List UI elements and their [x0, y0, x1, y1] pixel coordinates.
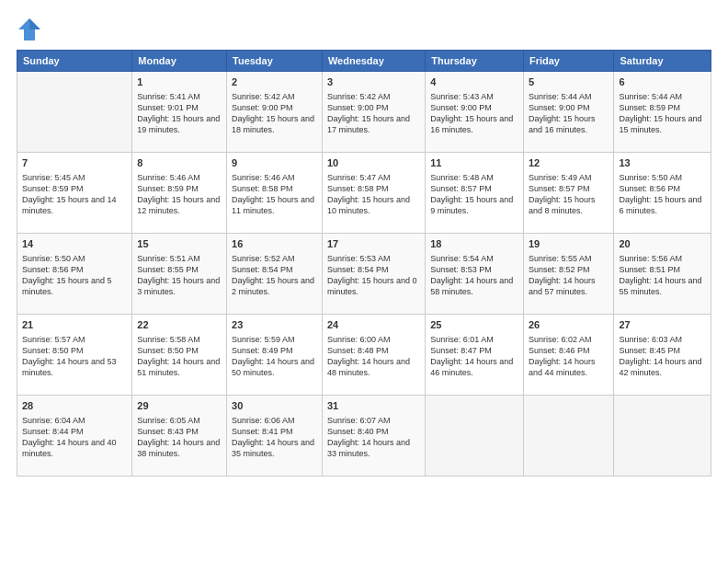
cell-date: 13	[619, 156, 706, 170]
cell-daylight: Daylight: 15 hours and 5 minutes.	[22, 275, 127, 297]
calendar-cell: 11Sunrise: 5:48 AMSunset: 8:57 PMDayligh…	[426, 153, 524, 234]
cell-sunset: Sunset: 8:56 PM	[619, 183, 706, 194]
calendar-cell: 29Sunrise: 6:05 AMSunset: 8:43 PMDayligh…	[132, 396, 227, 477]
calendar-cell: 31Sunrise: 6:07 AMSunset: 8:40 PMDayligh…	[322, 396, 425, 477]
calendar-week: 14Sunrise: 5:50 AMSunset: 8:56 PMDayligh…	[17, 234, 711, 315]
header	[17, 17, 711, 42]
calendar-cell: 23Sunrise: 5:59 AMSunset: 8:49 PMDayligh…	[227, 315, 323, 396]
cell-sunset: Sunset: 8:46 PM	[529, 345, 609, 356]
calendar-cell	[523, 396, 614, 477]
cell-sunrise: Sunrise: 6:07 AM	[327, 415, 420, 426]
cell-sunset: Sunset: 8:40 PM	[327, 426, 420, 437]
page: SundayMondayTuesdayWednesdayThursdayFrid…	[0, 0, 728, 563]
cell-sunrise: Sunrise: 6:01 AM	[430, 334, 518, 345]
cell-date: 17	[327, 237, 420, 251]
calendar-cell: 18Sunrise: 5:54 AMSunset: 8:53 PMDayligh…	[426, 234, 524, 315]
cell-daylight: Daylight: 14 hours and 42 minutes.	[619, 356, 706, 378]
cell-date: 1	[137, 75, 222, 89]
cell-daylight: Daylight: 14 hours and 55 minutes.	[619, 275, 706, 297]
cell-sunset: Sunset: 8:57 PM	[529, 183, 609, 194]
calendar-cell: 8Sunrise: 5:46 AMSunset: 8:59 PMDaylight…	[132, 153, 227, 234]
cell-date: 5	[529, 75, 609, 89]
cell-sunrise: Sunrise: 5:41 AM	[137, 91, 222, 102]
cell-daylight: Daylight: 15 hours and 14 minutes.	[22, 194, 127, 216]
cell-date: 28	[22, 399, 127, 413]
cell-daylight: Daylight: 15 hours and 19 minutes.	[137, 113, 222, 135]
cell-sunset: Sunset: 8:54 PM	[232, 264, 317, 275]
cell-daylight: Daylight: 14 hours and 58 minutes.	[430, 275, 518, 297]
cell-date: 11	[430, 156, 518, 170]
cell-date: 2	[232, 75, 317, 89]
cell-sunrise: Sunrise: 5:42 AM	[327, 91, 420, 102]
cell-daylight: Daylight: 15 hours and 11 minutes.	[232, 194, 317, 216]
cell-sunset: Sunset: 8:53 PM	[430, 264, 518, 275]
cell-date: 19	[529, 237, 609, 251]
cell-daylight: Daylight: 14 hours and 44 minutes.	[529, 356, 609, 378]
cell-daylight: Daylight: 14 hours and 38 minutes.	[137, 437, 222, 459]
cell-sunset: Sunset: 8:56 PM	[22, 264, 127, 275]
cell-sunrise: Sunrise: 5:52 AM	[232, 253, 317, 264]
cell-date: 10	[327, 156, 420, 170]
cell-daylight: Daylight: 15 hours and 6 minutes.	[619, 194, 706, 216]
calendar-cell: 25Sunrise: 6:01 AMSunset: 8:47 PMDayligh…	[426, 315, 524, 396]
calendar-cell: 9Sunrise: 5:46 AMSunset: 8:58 PMDaylight…	[227, 153, 323, 234]
cell-date: 3	[327, 75, 420, 89]
calendar-cell: 4Sunrise: 5:43 AMSunset: 9:00 PMDaylight…	[426, 72, 524, 153]
cell-date: 25	[430, 318, 518, 332]
cell-sunset: Sunset: 8:47 PM	[430, 345, 518, 356]
cell-date: 26	[529, 318, 609, 332]
cell-daylight: Daylight: 15 hours and 8 minutes.	[529, 194, 609, 216]
cell-daylight: Daylight: 14 hours and 48 minutes.	[327, 356, 420, 378]
cell-sunrise: Sunrise: 6:02 AM	[529, 334, 609, 345]
cell-sunset: Sunset: 9:00 PM	[232, 102, 317, 113]
cell-daylight: Daylight: 14 hours and 46 minutes.	[430, 356, 518, 378]
cell-sunset: Sunset: 8:59 PM	[137, 183, 222, 194]
calendar-cell: 7Sunrise: 5:45 AMSunset: 8:59 PMDaylight…	[17, 153, 132, 234]
cell-daylight: Daylight: 15 hours and 17 minutes.	[327, 113, 420, 135]
calendar: SundayMondayTuesdayWednesdayThursdayFrid…	[17, 50, 711, 477]
cell-daylight: Daylight: 15 hours and 18 minutes.	[232, 113, 317, 135]
cell-sunrise: Sunrise: 5:44 AM	[529, 91, 609, 102]
calendar-cell: 16Sunrise: 5:52 AMSunset: 8:54 PMDayligh…	[227, 234, 323, 315]
calendar-cell: 28Sunrise: 6:04 AMSunset: 8:44 PMDayligh…	[17, 396, 132, 477]
cell-sunset: Sunset: 9:01 PM	[137, 102, 222, 113]
cell-daylight: Daylight: 15 hours and 9 minutes.	[430, 194, 518, 216]
calendar-cell: 5Sunrise: 5:44 AMSunset: 9:00 PMDaylight…	[523, 72, 614, 153]
calendar-cell: 15Sunrise: 5:51 AMSunset: 8:55 PMDayligh…	[132, 234, 227, 315]
cell-daylight: Daylight: 14 hours and 40 minutes.	[22, 437, 127, 459]
cell-sunset: Sunset: 8:41 PM	[232, 426, 317, 437]
cell-sunset: Sunset: 8:58 PM	[232, 183, 317, 194]
cell-date: 15	[137, 237, 222, 251]
cell-sunrise: Sunrise: 5:57 AM	[22, 334, 127, 345]
cell-sunset: Sunset: 8:50 PM	[22, 345, 127, 356]
cell-date: 6	[619, 75, 706, 89]
cell-date: 4	[430, 75, 518, 89]
cell-sunset: Sunset: 8:54 PM	[327, 264, 420, 275]
cell-sunset: Sunset: 8:55 PM	[137, 264, 222, 275]
cell-sunrise: Sunrise: 5:58 AM	[137, 334, 222, 345]
cell-sunset: Sunset: 8:44 PM	[22, 426, 127, 437]
cell-daylight: Daylight: 15 hours and 3 minutes.	[137, 275, 222, 297]
cell-daylight: Daylight: 14 hours and 57 minutes.	[529, 275, 609, 297]
cell-sunset: Sunset: 8:43 PM	[137, 426, 222, 437]
cell-daylight: Daylight: 14 hours and 33 minutes.	[327, 437, 420, 459]
cell-sunset: Sunset: 8:59 PM	[619, 102, 706, 113]
cell-date: 9	[232, 156, 317, 170]
cell-date: 31	[327, 399, 420, 413]
cell-sunrise: Sunrise: 5:55 AM	[529, 253, 609, 264]
cell-sunrise: Sunrise: 5:48 AM	[430, 172, 518, 183]
cell-date: 14	[22, 237, 127, 251]
calendar-cell: 30Sunrise: 6:06 AMSunset: 8:41 PMDayligh…	[227, 396, 323, 477]
cell-daylight: Daylight: 15 hours and 0 minutes.	[327, 275, 420, 297]
cell-date: 12	[529, 156, 609, 170]
cell-sunrise: Sunrise: 6:05 AM	[137, 415, 222, 426]
calendar-cell: 20Sunrise: 5:56 AMSunset: 8:51 PMDayligh…	[614, 234, 711, 315]
calendar-cell: 26Sunrise: 6:02 AMSunset: 8:46 PMDayligh…	[523, 315, 614, 396]
calendar-cell: 21Sunrise: 5:57 AMSunset: 8:50 PMDayligh…	[17, 315, 132, 396]
calendar-cell	[614, 396, 711, 477]
header-day: Monday	[132, 51, 227, 72]
cell-sunset: Sunset: 8:52 PM	[529, 264, 609, 275]
cell-sunset: Sunset: 8:59 PM	[22, 183, 127, 194]
cell-daylight: Daylight: 14 hours and 50 minutes.	[232, 356, 317, 378]
cell-sunset: Sunset: 8:58 PM	[327, 183, 420, 194]
